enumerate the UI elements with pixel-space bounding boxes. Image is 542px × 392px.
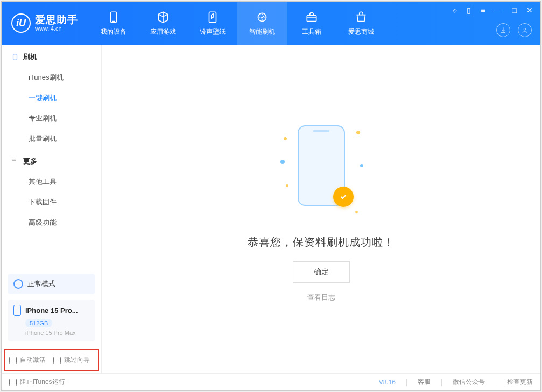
checkbox-auto-activate[interactable]: 自动激活 — [9, 355, 46, 365]
svg-point-6 — [524, 28, 526, 31]
sidebar-item-download-firmware[interactable]: 下载固件 — [2, 192, 101, 212]
device-model: iPhone 15 Pro Max — [25, 330, 89, 336]
svg-rect-7 — [13, 54, 17, 60]
header-right-icons — [496, 23, 532, 37]
tab-ringtone-wallpaper[interactable]: 铃声壁纸 — [188, 2, 237, 45]
footer: 阻止iTunes运行 V8.16 客服 微信公众号 检查更新 — [2, 373, 540, 390]
maximize-icon[interactable]: □ — [510, 5, 519, 16]
success-illustration — [292, 125, 350, 217]
tab-store[interactable]: 爱思商城 — [336, 2, 386, 45]
body: 刷机 iTunes刷机 一键刷机 专业刷机 批量刷机 ≡ 更多 其他工具 下载固… — [2, 45, 540, 373]
success-message: 恭喜您，保资料刷机成功啦！ — [248, 235, 395, 250]
footer-link-wechat[interactable]: 微信公众号 — [453, 377, 485, 387]
flash-section-icon — [11, 53, 19, 61]
svg-rect-4 — [307, 15, 316, 21]
device-storage: 512GB — [25, 319, 52, 327]
close-icon[interactable]: ✕ — [524, 5, 535, 16]
minimize-icon[interactable]: — — [493, 5, 505, 16]
sidebar: 刷机 iTunes刷机 一键刷机 专业刷机 批量刷机 ≡ 更多 其他工具 下载固… — [2, 45, 102, 373]
sidebar-section-more: ≡ 更多 — [2, 149, 101, 172]
tab-my-device[interactable]: 我的设备 — [89, 2, 138, 45]
device-card[interactable]: iPhone 15 Pro... 512GB iPhone 15 Pro Max — [8, 300, 95, 341]
device-name: iPhone 15 Pro... — [25, 307, 78, 315]
ok-button[interactable]: 确定 — [293, 261, 350, 283]
skin-icon[interactable]: ⟐ — [451, 5, 459, 16]
phone-mini-icon[interactable]: ▯ — [464, 5, 473, 16]
more-section-icon: ≡ — [11, 158, 19, 165]
download-icon[interactable] — [496, 23, 510, 37]
sidebar-item-advanced[interactable]: 高级功能 — [2, 212, 101, 233]
check-badge-icon — [333, 187, 354, 207]
version-label: V8.16 — [379, 379, 396, 386]
app-subtitle: www.i4.cn — [35, 25, 78, 32]
app-title: 爱思助手 — [35, 15, 78, 26]
tab-smart-flash[interactable]: 智能刷机 — [237, 2, 287, 45]
menu-icon[interactable]: ≡ — [478, 5, 487, 16]
sidebar-section-flash: 刷机 — [2, 45, 101, 67]
sidebar-item-other-tools[interactable]: 其他工具 — [2, 172, 101, 192]
top-tabs: 我的设备 应用游戏 铃声壁纸 智能刷机 工具箱 爱思商城 — [89, 2, 386, 45]
options-highlight-box: 自动激活 跳过向导 — [4, 349, 99, 371]
footer-link-update[interactable]: 检查更新 — [507, 377, 533, 387]
checkbox-skip-guide[interactable]: 跳过向导 — [53, 355, 90, 365]
main-content: 恭喜您，保资料刷机成功啦！ 确定 查看日志 — [102, 45, 540, 373]
tab-apps-games[interactable]: 应用游戏 — [138, 2, 188, 45]
tab-toolbox[interactable]: 工具箱 — [287, 2, 336, 45]
window-controls: ⟐ ▯ ≡ — □ ✕ — [451, 5, 535, 16]
checkbox-block-itunes[interactable]: 阻止iTunes运行 — [9, 377, 65, 387]
device-status[interactable]: 正常模式 — [8, 274, 95, 294]
user-icon[interactable] — [518, 23, 532, 37]
app-window: iU 爱思助手 www.i4.cn 我的设备 应用游戏 铃声壁纸 智能刷机 — [1, 1, 541, 391]
status-gear-icon — [13, 279, 23, 289]
sidebar-item-batch-flash[interactable]: 批量刷机 — [2, 129, 101, 149]
sidebar-item-pro-flash[interactable]: 专业刷机 — [2, 108, 101, 129]
logo: iU 爱思助手 www.i4.cn — [2, 13, 78, 33]
sidebar-item-itunes-flash[interactable]: iTunes刷机 — [2, 67, 101, 88]
view-log-link[interactable]: 查看日志 — [307, 293, 335, 302]
logo-icon: iU — [11, 13, 31, 33]
footer-link-support[interactable]: 客服 — [418, 377, 431, 387]
device-phone-icon — [13, 305, 21, 316]
header: iU 爱思助手 www.i4.cn 我的设备 应用游戏 铃声壁纸 智能刷机 — [2, 2, 540, 45]
sidebar-item-one-click-flash[interactable]: 一键刷机 — [2, 88, 101, 108]
